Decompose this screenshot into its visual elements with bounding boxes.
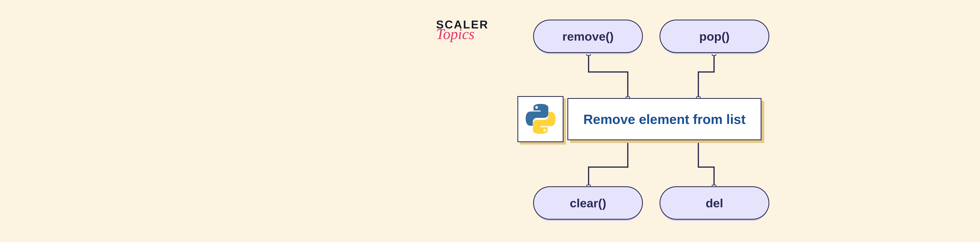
connector-line <box>627 140 628 168</box>
scaler-logo: SCALER Topics <box>436 20 488 40</box>
diagram-canvas: SCALER Topics remove() pop() clear() del… <box>0 0 980 242</box>
connector-line <box>588 53 589 73</box>
node-label: clear() <box>570 196 606 210</box>
node-clear: clear() <box>533 186 643 220</box>
python-logo-icon <box>525 103 556 135</box>
center-title-text: Remove element from list <box>583 111 746 127</box>
node-remove: remove() <box>533 20 643 53</box>
logo-text-bottom: Topics <box>436 28 474 40</box>
connector-line <box>713 167 714 187</box>
python-logo-box <box>517 96 563 142</box>
connector-line <box>698 72 714 73</box>
connector-line <box>698 167 714 168</box>
connector-line <box>588 72 628 73</box>
center-title-card: Remove element from list <box>568 98 762 140</box>
node-label: del <box>706 196 723 210</box>
node-del: del <box>660 186 769 220</box>
connector-line <box>698 72 699 99</box>
connector-line <box>713 53 714 73</box>
node-label: pop() <box>699 29 730 43</box>
connector-line <box>588 167 589 187</box>
connector-line <box>627 72 628 99</box>
connector-line <box>588 167 628 168</box>
node-label: remove() <box>562 29 614 43</box>
connector-line <box>698 140 699 168</box>
node-pop: pop() <box>660 20 769 53</box>
